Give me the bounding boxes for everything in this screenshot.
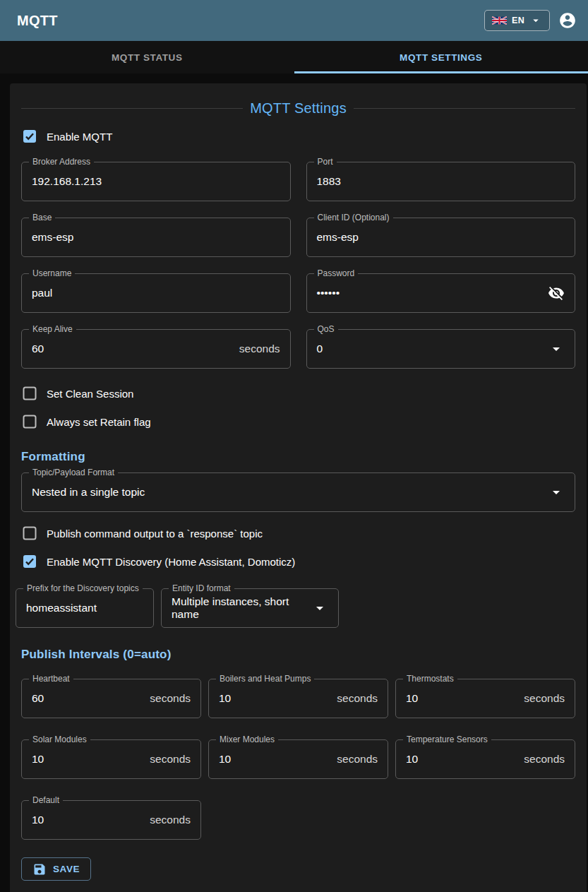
broker-address-label: Broker Address (29, 157, 94, 167)
topic-format-label: Topic/Payload Format (29, 468, 118, 477)
clean-session-checkbox-row[interactable]: Set Clean Session (21, 385, 575, 402)
base-value: ems-esp (32, 231, 73, 244)
password-input[interactable]: Password •••••• (306, 273, 576, 313)
password-label: Password (314, 268, 359, 278)
password-value: •••••• (317, 287, 340, 299)
solar-unit: seconds (150, 753, 191, 766)
entity-id-format-label: Entity ID format (169, 583, 234, 593)
language-select-button[interactable]: EN (484, 10, 550, 31)
mixer-unit: seconds (337, 753, 378, 766)
visibility-off-icon[interactable] (548, 285, 565, 302)
formatting-heading: Formatting (21, 450, 575, 464)
discovery-prefix-input[interactable]: Prefix for the Discovery topics homeassi… (16, 588, 154, 628)
checkbox-unchecked-icon[interactable] (21, 385, 38, 402)
default-interval-input[interactable]: Default 10 seconds (21, 800, 201, 840)
solar-interval-input[interactable]: Solar Modules 10 seconds (21, 739, 201, 779)
language-label: EN (512, 16, 524, 25)
keep-alive-unit: seconds (239, 343, 280, 355)
discovery-options-row: Prefix for the Discovery topics homeassi… (16, 588, 575, 628)
retain-flag-label[interactable]: Always set Retain flag (47, 416, 151, 428)
port-value: 1883 (317, 175, 341, 188)
thermostats-label: Thermostats (403, 674, 457, 684)
boilers-unit: seconds (337, 692, 378, 705)
client-id-value: ems-esp (317, 231, 359, 244)
topic-format-value: Nested in a single topic (32, 486, 145, 499)
field-row-broker-port: Broker Address 192.168.1.213 Port 1883 (21, 162, 575, 201)
username-value: paul (32, 287, 52, 299)
clean-session-label[interactable]: Set Clean Session (47, 388, 133, 400)
entity-id-format-value: Multiple instances, short name (172, 595, 303, 621)
arrow-dropdown-icon (548, 340, 565, 357)
keep-alive-value: 60 (32, 343, 44, 355)
checkbox-unchecked-icon[interactable] (21, 413, 38, 430)
chevron-down-icon (529, 14, 542, 27)
solar-value: 10 (32, 753, 44, 766)
save-button-label: SAVE (53, 864, 80, 874)
username-label: Username (29, 268, 75, 278)
retain-flag-checkbox-row[interactable]: Always set Retain flag (21, 413, 575, 430)
port-input[interactable]: Port 1883 (306, 162, 576, 201)
username-input[interactable]: Username paul (21, 273, 291, 313)
page-title: MQTT Settings (250, 100, 347, 117)
mixer-label: Mixer Modules (216, 735, 278, 744)
broker-address-value: 192.168.1.213 (32, 175, 102, 188)
thermostats-value: 10 (406, 692, 418, 705)
client-id-input[interactable]: Client ID (Optional) ems-esp (306, 218, 576, 257)
tab-mqtt-status[interactable]: MQTT STATUS (0, 41, 294, 73)
temperature-unit: seconds (524, 753, 565, 766)
temperature-value: 10 (406, 753, 418, 766)
base-input[interactable]: Base ems-esp (21, 218, 291, 257)
client-id-label: Client ID (Optional) (314, 213, 393, 222)
port-label: Port (314, 157, 337, 167)
account-button[interactable] (556, 8, 580, 32)
discovery-label[interactable]: Enable MQTT Discovery (Home Assistant, D… (47, 556, 295, 568)
boilers-interval-input[interactable]: Boilers and Heat Pumps 10 seconds (208, 679, 388, 718)
temperature-interval-input[interactable]: Temperature Sensors 10 seconds (395, 739, 575, 779)
topic-format-select[interactable]: Topic/Payload Format Nested in a single … (21, 472, 575, 512)
base-label: Base (29, 213, 55, 222)
discovery-prefix-label: Prefix for the Discovery topics (23, 583, 143, 593)
save-button[interactable]: SAVE (21, 857, 91, 881)
enable-mqtt-label[interactable]: Enable MQTT (47, 131, 112, 143)
title-divider-right (354, 108, 575, 109)
heartbeat-interval-input[interactable]: Heartbeat 60 seconds (21, 679, 201, 718)
heartbeat-unit: seconds (150, 692, 191, 705)
boilers-label: Boilers and Heat Pumps (216, 674, 314, 684)
checkbox-checked-icon[interactable] (21, 553, 38, 570)
broker-address-input[interactable]: Broker Address 192.168.1.213 (21, 162, 291, 201)
tab-mqtt-settings[interactable]: MQTT SETTINGS (294, 41, 588, 73)
account-circle-icon (558, 11, 577, 30)
mixer-interval-input[interactable]: Mixer Modules 10 seconds (208, 739, 388, 779)
thermostats-interval-input[interactable]: Thermostats 10 seconds (395, 679, 575, 718)
discovery-checkbox-row[interactable]: Enable MQTT Discovery (Home Assistant, D… (21, 553, 575, 570)
qos-select[interactable]: QoS 0 (306, 329, 576, 369)
response-topic-label[interactable]: Publish command output to a `response` t… (47, 528, 263, 540)
enable-mqtt-checkbox-row[interactable]: Enable MQTT (21, 128, 575, 145)
solar-label: Solar Modules (29, 735, 90, 744)
checkbox-checked-icon[interactable] (21, 128, 38, 145)
heartbeat-label: Heartbeat (29, 674, 73, 684)
checkbox-unchecked-icon[interactable] (21, 525, 38, 542)
thermostats-unit: seconds (524, 692, 565, 705)
arrow-dropdown-icon (311, 600, 328, 617)
default-unit: seconds (150, 814, 191, 826)
intervals-row-1: Heartbeat 60 seconds Boilers and Heat Pu… (21, 679, 575, 718)
publish-intervals-heading: Publish Intervals (0=auto) (21, 648, 575, 662)
temperature-label: Temperature Sensors (403, 735, 491, 744)
default-label: Default (29, 795, 63, 805)
mixer-value: 10 (219, 753, 231, 766)
keep-alive-input[interactable]: Keep Alive 60 seconds (21, 329, 291, 369)
heartbeat-value: 60 (32, 692, 44, 705)
uk-flag-icon (492, 16, 507, 25)
save-icon (32, 862, 47, 876)
arrow-dropdown-icon (548, 484, 565, 501)
title-divider-left (21, 108, 243, 109)
default-value: 10 (32, 814, 44, 826)
app-title: MQTT (17, 13, 58, 29)
page-title-row: MQTT Settings (21, 100, 575, 117)
entity-id-format-select[interactable]: Entity ID format Multiple instances, sho… (161, 588, 339, 628)
response-topic-checkbox-row[interactable]: Publish command output to a `response` t… (21, 525, 575, 542)
qos-value: 0 (317, 343, 323, 355)
intervals-row-2: Solar Modules 10 seconds Mixer Modules 1… (21, 739, 575, 779)
tab-bar: MQTT STATUS MQTT SETTINGS (0, 41, 588, 73)
